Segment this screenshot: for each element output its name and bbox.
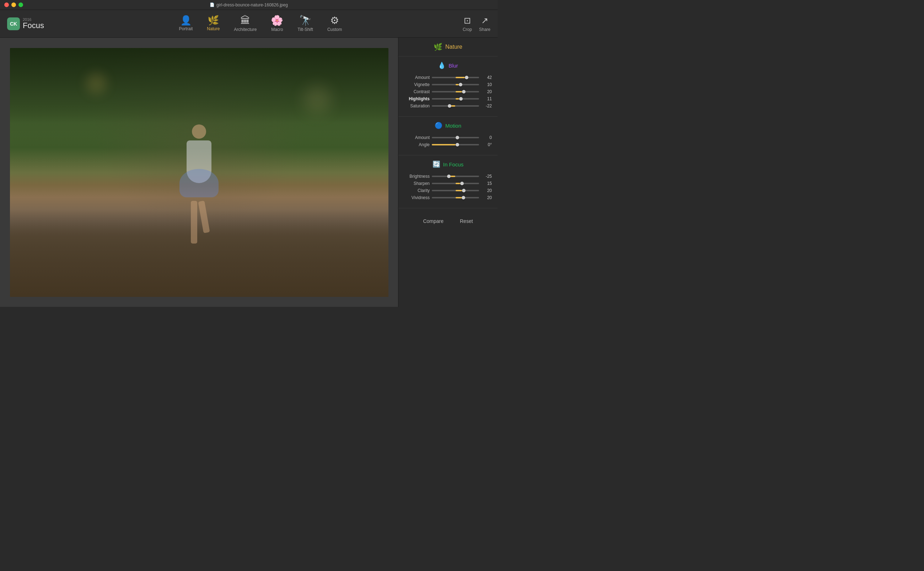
contrast-label: Contrast xyxy=(404,89,430,94)
clarity-value: 20 xyxy=(481,188,492,193)
contrast-value: 20 xyxy=(481,89,492,94)
blur-amount-thumb[interactable] xyxy=(465,76,468,79)
panel-nature-icon: 🌿 xyxy=(434,43,442,51)
bokeh-1 xyxy=(86,73,107,94)
subject-body xyxy=(186,140,211,183)
photo xyxy=(10,48,388,297)
tool-tilt-shift[interactable]: 🔭 Tilt-Shift xyxy=(290,13,320,35)
vignette-slider[interactable] xyxy=(432,84,479,85)
sharpen-label: Sharpen xyxy=(404,181,430,186)
brightness-slider[interactable] xyxy=(432,176,479,177)
bottom-buttons: Compare Reset xyxy=(398,210,497,229)
motion-title: Motion xyxy=(445,123,461,129)
contrast-slider[interactable] xyxy=(432,91,479,93)
minimize-button[interactable] xyxy=(11,3,16,7)
highlights-label: Highlights xyxy=(404,96,430,101)
divider-3 xyxy=(398,155,497,155)
saturation-thumb[interactable] xyxy=(448,104,451,108)
portrait-label: Portrait xyxy=(179,26,193,31)
reset-button[interactable]: Reset xyxy=(457,217,476,225)
sharpen-value: 15 xyxy=(481,181,492,186)
macro-label: Macro xyxy=(271,27,283,32)
highlights-slider[interactable] xyxy=(432,98,479,100)
crop-action[interactable]: ⊡ Crop xyxy=(463,15,472,32)
macro-icon: 🌸 xyxy=(271,15,283,26)
portrait-icon: 👤 xyxy=(180,15,191,25)
contrast-fill xyxy=(456,91,462,93)
highlights-thumb[interactable] xyxy=(459,97,463,100)
tool-portrait[interactable]: 👤 Portrait xyxy=(172,13,200,35)
right-panel: 🌿 Nature 💧 Blur Amount 42 Vignette xyxy=(398,38,497,307)
blur-amount-value: 42 xyxy=(481,75,492,80)
vividness-fill xyxy=(456,197,462,198)
sharpen-thumb[interactable] xyxy=(460,182,464,185)
nature-label: Nature xyxy=(207,26,220,31)
motion-angle-label: Angle xyxy=(404,142,430,147)
blur-amount-slider[interactable] xyxy=(432,77,479,78)
close-button[interactable] xyxy=(4,3,9,7)
panel-nature-header: 🌿 Nature xyxy=(398,38,497,55)
vividness-row: Vividness 20 xyxy=(404,195,492,200)
vividness-slider[interactable] xyxy=(432,197,479,198)
architecture-icon: 🏛 xyxy=(240,15,250,26)
saturation-slider[interactable] xyxy=(432,105,479,106)
logo-initials: CK xyxy=(10,21,17,27)
sharpen-slider[interactable] xyxy=(432,183,479,184)
vividness-label: Vividness xyxy=(404,195,430,200)
tool-macro[interactable]: 🌸 Macro xyxy=(264,13,290,35)
sharpen-fill xyxy=(456,183,460,184)
app-name: Focus xyxy=(23,22,44,29)
clarity-row: Clarity 20 xyxy=(404,188,492,193)
crop-label: Crop xyxy=(463,27,472,32)
vividness-thumb[interactable] xyxy=(462,196,465,199)
tool-custom[interactable]: ⚙ Custom xyxy=(320,13,349,35)
leg-right xyxy=(198,201,210,233)
blur-amount-row: Amount 42 xyxy=(404,75,492,80)
vignette-thumb[interactable] xyxy=(459,83,462,86)
highlights-row: Highlights 11 xyxy=(404,96,492,101)
blur-amount-label: Amount xyxy=(404,75,430,80)
blur-amount-fill xyxy=(456,77,465,78)
share-icon: ↗ xyxy=(481,15,488,26)
motion-amount-label: Amount xyxy=(404,135,430,140)
architecture-label: Architecture xyxy=(234,27,257,32)
motion-amount-row: Amount 0 xyxy=(404,135,492,140)
compare-button[interactable]: Compare xyxy=(420,217,447,225)
motion-amount-slider[interactable] xyxy=(432,137,479,138)
tilt-shift-label: Tilt-Shift xyxy=(297,27,313,32)
vignette-fill xyxy=(456,84,459,85)
vignette-value: 10 xyxy=(481,82,492,87)
maximize-button[interactable] xyxy=(18,3,23,7)
clarity-fill xyxy=(456,190,462,191)
tool-architecture[interactable]: 🏛 Architecture xyxy=(227,13,264,35)
infocus-title: In Focus xyxy=(443,161,464,167)
clarity-thumb[interactable] xyxy=(462,189,465,192)
app-icon: CK xyxy=(7,17,20,30)
motion-amount-thumb[interactable] xyxy=(456,136,459,139)
share-action[interactable]: ↗ Share xyxy=(479,15,490,32)
sharpen-row: Sharpen 15 xyxy=(404,181,492,186)
contrast-thumb[interactable] xyxy=(462,90,465,94)
motion-angle-slider[interactable] xyxy=(432,144,479,145)
divider-1 xyxy=(398,56,497,57)
clarity-label: Clarity xyxy=(404,188,430,193)
motion-amount-value: 0 xyxy=(481,135,492,140)
panel-nature-title: Nature xyxy=(445,44,462,50)
tool-nature[interactable]: 🌿 Nature xyxy=(200,13,227,35)
bokeh-2 xyxy=(303,85,331,114)
clarity-slider[interactable] xyxy=(432,190,479,191)
brightness-thumb[interactable] xyxy=(447,174,451,178)
blur-icon: 💧 xyxy=(438,62,446,69)
saturation-row: Saturation -22 xyxy=(404,103,492,108)
saturation-value: -22 xyxy=(481,103,492,108)
canvas-area xyxy=(0,38,398,307)
brightness-label: Brightness xyxy=(404,174,430,179)
nature-icon: 🌿 xyxy=(208,15,219,25)
brightness-value: -25 xyxy=(481,174,492,179)
subject-legs xyxy=(191,201,207,244)
window-controls[interactable] xyxy=(4,3,23,7)
motion-angle-thumb[interactable] xyxy=(456,143,459,147)
photo-background xyxy=(10,48,388,297)
subject-head xyxy=(192,125,206,139)
photo-container[interactable] xyxy=(10,48,388,297)
